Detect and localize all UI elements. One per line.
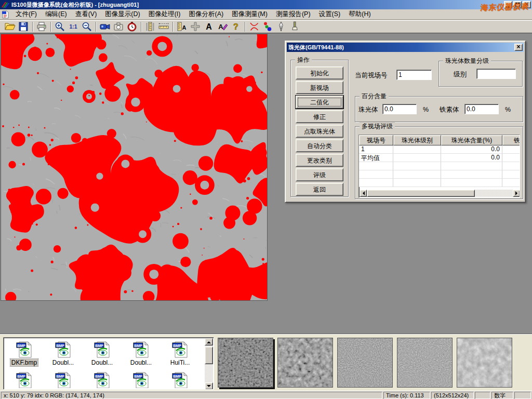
- file-list-vertical-scrollbar[interactable]: [205, 338, 213, 390]
- file-name[interactable]: Doubl...: [51, 359, 75, 366]
- current-view-input[interactable]: 1: [396, 70, 432, 80]
- dialog-close-button[interactable]: ×: [514, 44, 523, 51]
- op-button-8[interactable]: 评级: [296, 168, 343, 181]
- image-thumbnail-3[interactable]: [337, 338, 393, 388]
- grade-input[interactable]: [476, 69, 516, 79]
- save-button[interactable]: [17, 21, 30, 33]
- image-thumbnail-4[interactable]: [397, 338, 453, 388]
- video-camera-button[interactable]: [98, 21, 112, 33]
- file-browser[interactable]: BMPDKF.bmpBMPDoubl...BMPDoubl...BMPDoubl…: [3, 337, 214, 390]
- open-button[interactable]: [3, 21, 17, 33]
- zoom-in-icon: [54, 21, 65, 32]
- curve-button[interactable]: [247, 21, 261, 33]
- minimize-button[interactable]: [504, 1, 512, 8]
- pen-button[interactable]: [274, 21, 288, 33]
- menu-item-9[interactable]: 设置(S): [315, 9, 345, 20]
- op-button-1[interactable]: 初始化: [296, 66, 343, 79]
- op-button-4[interactable]: 修正: [296, 110, 343, 123]
- brush-button[interactable]: [288, 21, 301, 33]
- file-item[interactable]: BMPDoubl...: [83, 339, 122, 366]
- image-thumbnail-5[interactable]: [457, 338, 512, 388]
- pearlite-percent-input[interactable]: 0.0: [382, 104, 417, 114]
- file-item-partial[interactable]: BMP: [161, 369, 200, 388]
- scrollbar-thumb[interactable]: [367, 190, 475, 197]
- file-item-partial[interactable]: BMP: [44, 369, 83, 388]
- table-header-2[interactable]: 珠光体级别: [393, 135, 441, 145]
- edit-text-button[interactable]: A: [216, 21, 229, 33]
- image-thumbnail-2[interactable]: [277, 338, 333, 388]
- vscrollbar-thumb[interactable]: [205, 347, 213, 364]
- svg-text:BMP: BMP: [95, 344, 103, 348]
- caliper-button[interactable]: [143, 21, 157, 33]
- scroll-right-button[interactable]: [513, 190, 520, 197]
- menu-item-6[interactable]: 图像分析(A): [184, 9, 228, 20]
- ferrite-percent-input[interactable]: 0.0: [464, 104, 499, 114]
- multifield-group-label: 多视场评级: [360, 122, 395, 131]
- edit-text-icon: A: [217, 21, 228, 32]
- scroll-up-button[interactable]: [205, 338, 213, 345]
- table-header-1[interactable]: 视场号: [359, 135, 393, 145]
- file-name[interactable]: DKF.bmp: [10, 359, 38, 366]
- menu-item-8[interactable]: 测量报告(P): [272, 9, 315, 20]
- menu-item-1[interactable]: 文件(F): [11, 9, 41, 20]
- op-button-6[interactable]: 自动分类: [296, 139, 343, 152]
- calibrate-a-button[interactable]: A: [175, 21, 189, 33]
- svg-text:A: A: [182, 24, 187, 31]
- micrograph-image[interactable]: [1, 34, 267, 300]
- file-item-partial[interactable]: BMP: [122, 369, 161, 388]
- menu-item-4[interactable]: 图像显示(D): [101, 9, 144, 20]
- multifield-table[interactable]: 视场号珠光体级别珠光体含量(%)铁素体 10.0平均值0.0: [358, 135, 520, 198]
- document-icon[interactable]: [2, 10, 9, 19]
- table-row[interactable]: 平均值0.0: [359, 154, 520, 162]
- menu-item-3[interactable]: 查看(V): [71, 9, 101, 20]
- text-button[interactable]: A: [202, 21, 216, 33]
- table-cell: [393, 179, 441, 187]
- table-row[interactable]: [359, 179, 520, 187]
- menu-item-10[interactable]: 帮助(H): [344, 9, 375, 20]
- table-horizontal-scrollbar[interactable]: [360, 190, 520, 197]
- op-button-5[interactable]: 点取珠光体: [296, 125, 343, 138]
- menu-item-2[interactable]: 编辑(E): [41, 9, 71, 20]
- file-item[interactable]: BMPDoubl...: [122, 339, 161, 366]
- file-item-partial[interactable]: BMP: [5, 369, 44, 388]
- maximize-button[interactable]: [513, 1, 522, 8]
- camera-button[interactable]: [112, 21, 125, 33]
- timer-button[interactable]: [125, 21, 139, 33]
- op-button-7[interactable]: 更改类别: [296, 154, 343, 167]
- menu-item-5[interactable]: 图像处理(I): [144, 9, 185, 20]
- actual-size-button[interactable]: 1:1: [66, 21, 80, 33]
- close-button[interactable]: ×: [523, 1, 531, 8]
- table-header-4[interactable]: 铁素体: [502, 135, 520, 145]
- scrollbar-track[interactable]: [475, 190, 513, 197]
- table-header-3[interactable]: 珠光体含量(%): [441, 135, 502, 145]
- bmp-file-icon: BMP: [132, 371, 150, 388]
- zoom-in-button[interactable]: [53, 21, 66, 33]
- dialog-title-bar[interactable]: 珠光体(GB/T9441-88) ×: [287, 43, 524, 52]
- file-item[interactable]: BMPHuiTi...: [161, 339, 200, 366]
- color-points-button[interactable]: [261, 21, 274, 33]
- file-item-partial[interactable]: BMP: [83, 369, 122, 388]
- help-button[interactable]: ?: [229, 21, 243, 33]
- file-name[interactable]: HuiTi...: [169, 359, 191, 366]
- table-row[interactable]: 10.0: [359, 145, 520, 154]
- scroll-down-button[interactable]: [205, 382, 213, 390]
- table-row[interactable]: [359, 170, 520, 179]
- table-row[interactable]: [359, 162, 520, 170]
- file-name[interactable]: Doubl...: [129, 359, 153, 366]
- menu-item-7[interactable]: 图像测量(M): [228, 9, 272, 20]
- scroll-left-button[interactable]: [360, 190, 367, 197]
- zoom-out-button[interactable]: [80, 21, 94, 33]
- image-thumbnail-1[interactable]: [218, 338, 273, 388]
- file-item[interactable]: BMPDKF.bmp: [5, 339, 44, 366]
- op-button-3[interactable]: 二值化: [296, 96, 343, 109]
- move-button[interactable]: [189, 21, 202, 33]
- file-name[interactable]: Doubl...: [90, 359, 114, 366]
- file-item[interactable]: BMPDoubl...: [44, 339, 83, 366]
- ruler-icon: [158, 21, 169, 32]
- op-button-9[interactable]: 返回: [296, 183, 343, 196]
- op-button-2[interactable]: 新视场: [296, 81, 343, 94]
- timer-icon: [126, 21, 138, 32]
- ruler-button[interactable]: [157, 21, 170, 33]
- print-button[interactable]: [35, 21, 48, 33]
- dialog-title: 珠光体(GB/T9441-88): [288, 44, 344, 51]
